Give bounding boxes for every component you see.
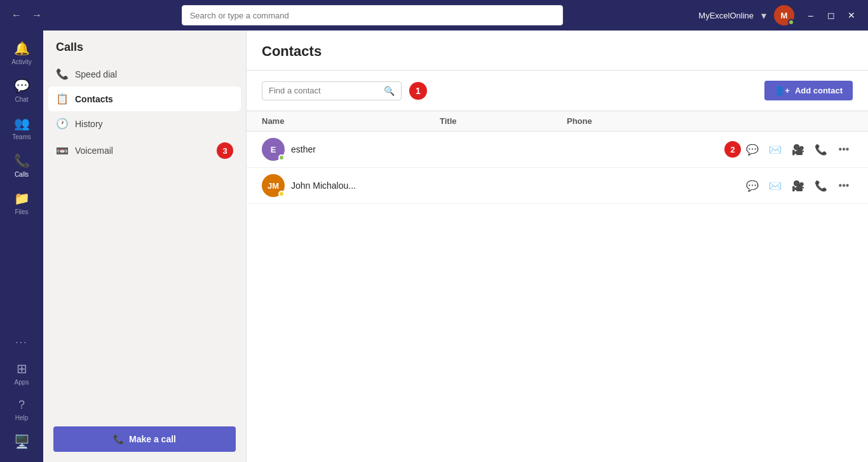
user-dropdown-arrow[interactable]: ▾: [761, 10, 766, 22]
email-action-button[interactable]: ✉️: [766, 177, 784, 194]
nav-buttons: ← →: [8, 6, 46, 24]
more-action-button[interactable]: •••: [835, 140, 853, 158]
chat-icon: 💬: [14, 78, 30, 93]
contacts-table: Name Title Phone E esther 2 💬 ✉️ 🎥 📞: [247, 111, 868, 462]
help-label: Help: [15, 414, 29, 421]
window-controls: – ◻ ✕: [802, 6, 860, 24]
add-contact-button[interactable]: 👤+ Add contact: [764, 81, 853, 100]
contact-name: John Michalou...: [291, 180, 437, 191]
teams-label: Teams: [12, 133, 31, 140]
contact-name: esther: [291, 144, 437, 154]
menu-item-speed-dial[interactable]: 📞 Speed dial: [48, 62, 241, 86]
sidebar-title: Calls: [43, 31, 246, 59]
files-label: Files: [15, 208, 28, 215]
more-icon: ···: [15, 337, 27, 348]
sidebar: Calls 📞 Speed dial 📋 Contacts 🕐 History …: [43, 31, 247, 462]
maximize-button[interactable]: ◻: [822, 6, 840, 24]
sidebar-item-more[interactable]: ···: [3, 332, 41, 353]
find-contact-row: 🔍 1 👤+ Add contact: [247, 71, 868, 111]
back-button[interactable]: ←: [8, 6, 25, 24]
video-action-button[interactable]: 🎥: [789, 177, 807, 194]
sidebar-bottom: 📞 Make a call: [43, 416, 246, 462]
search-bar[interactable]: [182, 5, 563, 25]
table-header: Name Title Phone: [247, 111, 868, 132]
badge-2: 2: [724, 141, 741, 158]
find-contact-field[interactable]: 🔍: [262, 81, 402, 100]
menu-item-voicemail[interactable]: 📼 Voicemail 3: [48, 136, 241, 165]
sidebar-item-calls[interactable]: 📞 Calls: [3, 148, 41, 183]
device-icon: 🖥️: [14, 434, 30, 449]
phone-icon: 📞: [113, 434, 124, 444]
forward-button[interactable]: →: [28, 6, 46, 24]
speed-dial-icon: 📞: [56, 68, 69, 80]
sidebar-menu: 📞 Speed dial 📋 Contacts 🕐 History 📼 Voic…: [43, 59, 246, 168]
contacts-icon: 📋: [56, 93, 69, 105]
col-header-name: Name: [262, 116, 440, 126]
search-input[interactable]: [190, 11, 555, 20]
history-label: History: [75, 119, 103, 129]
add-contact-icon: 👤+: [775, 86, 790, 95]
speed-dial-label: Speed dial: [75, 69, 117, 79]
search-icon: 🔍: [384, 86, 395, 96]
more-action-button[interactable]: •••: [835, 177, 853, 194]
app-body: 🔔 Activity 💬 Chat 👥 Teams 📞 Calls 📁 File…: [0, 31, 868, 462]
avatar: E: [262, 138, 285, 161]
menu-item-history[interactable]: 🕐 History: [48, 111, 241, 136]
voicemail-icon: 📼: [56, 145, 69, 157]
col-header-phone: Phone: [567, 116, 853, 126]
activity-label: Activity: [11, 58, 32, 65]
title-bar-right: MyExcelOnline ▾ M – ◻ ✕: [698, 5, 860, 25]
chat-label: Chat: [15, 96, 28, 103]
contact-actions: 💬 ✉️ 🎥 📞 •••: [743, 177, 853, 194]
video-action-button[interactable]: 🎥: [789, 140, 807, 158]
calls-icon: 📞: [14, 153, 30, 168]
sidebar-item-help[interactable]: ? Help: [3, 393, 41, 426]
history-icon: 🕐: [56, 118, 69, 130]
user-name: MyExcelOnline: [698, 11, 754, 20]
contact-actions: 💬 ✉️ 🎥 📞 •••: [743, 140, 853, 158]
minimize-button[interactable]: –: [802, 6, 820, 24]
title-bar: ← → MyExcelOnline ▾ M – ◻ ✕: [0, 0, 868, 31]
nav-rail: 🔔 Activity 💬 Chat 👥 Teams 📞 Calls 📁 File…: [0, 31, 43, 462]
sidebar-item-chat[interactable]: 💬 Chat: [3, 73, 41, 108]
main-content: Contacts 🔍 1 👤+ Add contact Name Title P…: [247, 31, 868, 462]
email-action-button[interactable]: ✉️: [766, 140, 784, 158]
sidebar-item-device[interactable]: 🖥️: [3, 429, 41, 454]
find-contact-input[interactable]: [269, 86, 379, 95]
status-indicator: [278, 191, 285, 197]
teams-icon: 👥: [14, 116, 30, 131]
sidebar-item-apps[interactable]: ⊞ Apps: [3, 356, 41, 391]
add-contact-label: Add contact: [795, 86, 843, 95]
avatar[interactable]: M: [774, 5, 794, 25]
chat-action-button[interactable]: 💬: [743, 177, 761, 194]
sidebar-item-activity[interactable]: 🔔 Activity: [3, 36, 41, 71]
apps-label: Apps: [15, 379, 29, 386]
make-call-label: Make a call: [129, 434, 176, 444]
calls-label: Calls: [15, 171, 29, 178]
voicemail-label: Voicemail: [75, 146, 113, 156]
chat-action-button[interactable]: 💬: [743, 140, 761, 158]
badge-3: 3: [217, 142, 233, 159]
table-row[interactable]: JM John Michalou... 💬 ✉️ 🎥 📞 •••: [247, 168, 868, 204]
sidebar-item-teams[interactable]: 👥 Teams: [3, 111, 41, 146]
col-header-title: Title: [440, 116, 567, 126]
sidebar-item-files[interactable]: 📁 Files: [3, 186, 41, 221]
close-button[interactable]: ✕: [843, 6, 860, 24]
content-header: Contacts: [247, 31, 868, 71]
call-action-button[interactable]: 📞: [812, 140, 830, 158]
table-row[interactable]: E esther 2 💬 ✉️ 🎥 📞 •••: [247, 132, 868, 168]
activity-icon: 🔔: [14, 41, 30, 56]
status-indicator: [278, 154, 285, 161]
help-icon: ?: [18, 398, 25, 412]
menu-item-contacts[interactable]: 📋 Contacts: [48, 86, 241, 111]
files-icon: 📁: [14, 191, 30, 206]
contacts-label: Contacts: [75, 94, 113, 104]
call-action-button[interactable]: 📞: [812, 177, 830, 194]
online-indicator: [788, 19, 794, 25]
page-title: Contacts: [262, 43, 853, 60]
avatar: JM: [262, 174, 285, 197]
apps-icon: ⊞: [17, 361, 27, 376]
make-call-button[interactable]: 📞 Make a call: [53, 426, 236, 452]
badge-1: 1: [409, 82, 427, 100]
